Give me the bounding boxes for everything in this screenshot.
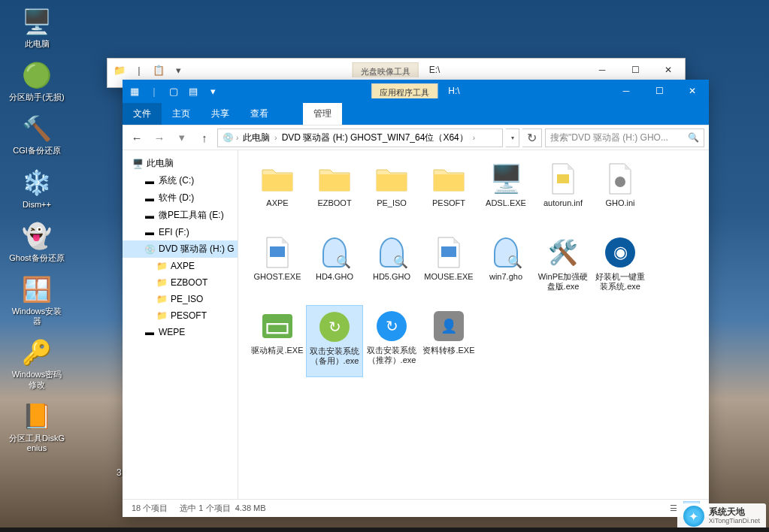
folder-icon: 📁 bbox=[156, 293, 168, 305]
icon-label: 分区助手(无损) bbox=[9, 92, 65, 102]
item-label: HD5.GHO bbox=[373, 272, 410, 282]
qat-properties[interactable]: ▢ bbox=[165, 82, 183, 100]
tree-item[interactable]: ▬WEPE bbox=[123, 324, 238, 340]
file-item[interactable]: MOUSE.EXE bbox=[420, 231, 477, 304]
drive-icon: ▬ bbox=[144, 192, 156, 204]
app-icon: 🪟 bbox=[21, 274, 53, 305]
chevron-right-icon[interactable]: › bbox=[473, 134, 475, 142]
ribbon-view[interactable]: 查看 bbox=[240, 103, 279, 125]
close-button[interactable]: ✕ bbox=[652, 59, 685, 80]
nav-back[interactable]: ← bbox=[127, 128, 147, 147]
item-label: GHO.ini bbox=[605, 198, 634, 208]
search-input[interactable]: 搜索"DVD 驱动器 (H:) GHO... 🔍 bbox=[545, 128, 704, 147]
exe-install2-icon: ↻ bbox=[374, 308, 410, 344]
app-icon: 🖥️ bbox=[21, 6, 53, 38]
exe-driver-icon: ▭ bbox=[259, 308, 295, 344]
refresh-button[interactable]: ↻ bbox=[522, 128, 542, 147]
titlebar: ▦ | ▢ ▤ ▾ 应用程序工具 H:\ ─ ☐ ✕ bbox=[123, 80, 709, 102]
ribbon: 文件 主页 共享 查看 管理 bbox=[123, 102, 709, 125]
ribbon-manage[interactable]: 管理 bbox=[303, 103, 342, 125]
file-item[interactable]: ↻双击安装系统（备用）.exe bbox=[306, 305, 363, 377]
chevron-right-icon[interactable]: › bbox=[236, 134, 238, 142]
desktop-icon[interactable]: 🟢分区助手(无损) bbox=[9, 59, 65, 102]
file-item[interactable]: ◉好装机一键重装系统.exe bbox=[592, 231, 649, 304]
tree-item[interactable]: ▬软件 (D:) bbox=[123, 189, 238, 207]
file-item[interactable]: 🔍HD4.GHO bbox=[306, 231, 363, 304]
desktop-icon[interactable]: 📙分区工具DiskGenius bbox=[9, 401, 65, 453]
app-icon: 🟢 bbox=[21, 59, 53, 91]
tree-item[interactable]: 💿DVD 驱动器 (H:) G bbox=[123, 240, 238, 258]
qat-dropdown[interactable]: ▾ bbox=[204, 82, 222, 100]
file-item[interactable]: 🛠️WinPE加强硬盘版.exe bbox=[534, 231, 592, 304]
nav-forward[interactable]: → bbox=[150, 128, 169, 147]
qat-dropdown[interactable]: ▾ bbox=[169, 61, 187, 79]
folder-icon: 📁 bbox=[156, 310, 168, 322]
ribbon-file[interactable]: 文件 bbox=[123, 103, 162, 125]
file-item[interactable]: GHOST.EXE bbox=[249, 231, 306, 304]
file-item[interactable]: 🔍HD5.GHO bbox=[363, 231, 420, 304]
context-tab-back: 光盘映像工具 bbox=[353, 62, 419, 77]
icon-label: CGI备份还原 bbox=[9, 146, 65, 156]
item-label: EZBOOT bbox=[317, 198, 351, 208]
qat-pin[interactable]: 📋 bbox=[150, 61, 168, 79]
search-icon[interactable]: 🔍 bbox=[688, 132, 699, 143]
tree-item[interactable]: 🖥️此电脑 bbox=[123, 155, 238, 172]
tree-item[interactable]: 📁AXPE bbox=[123, 258, 238, 274]
file-item[interactable]: AXPE bbox=[249, 158, 306, 230]
tree-item[interactable]: 📁PE_ISO bbox=[123, 291, 238, 307]
file-item[interactable]: PESOFT bbox=[420, 158, 477, 230]
qat-newfolder[interactable]: ▤ bbox=[184, 82, 202, 100]
tree-label: 系统 (C:) bbox=[159, 174, 194, 187]
bc-pc[interactable]: 此电脑 bbox=[240, 131, 273, 144]
svg-point-1 bbox=[615, 177, 625, 187]
tree-item[interactable]: ▬微PE工具箱 (E:) bbox=[123, 207, 238, 224]
file-item[interactable]: autorun.inf bbox=[534, 158, 592, 230]
tree-item[interactable]: 📁EZBOOT bbox=[123, 274, 238, 291]
item-label: PESOFT bbox=[432, 198, 465, 208]
bc-drive[interactable]: DVD 驱动器 (H:) GHOST_WIN7_64位（X64） bbox=[279, 131, 471, 144]
status-bar: 18 个项目 选中 1 个项目 4.38 MB ☰ ▦ bbox=[123, 499, 709, 517]
file-item[interactable]: GHO.ini bbox=[592, 158, 649, 230]
ribbon-home[interactable]: 主页 bbox=[162, 103, 201, 125]
exe-install-icon: ↻ bbox=[316, 309, 353, 345]
breadcrumb-dropdown[interactable]: ▾ bbox=[506, 128, 519, 147]
app-icon: 🔑 bbox=[21, 337, 53, 368]
window-title: H:\ bbox=[448, 86, 459, 96]
file-item[interactable]: PE_ISO bbox=[363, 158, 420, 230]
desktop-icon[interactable]: ❄️Dism++ bbox=[9, 167, 65, 210]
desktop-icon[interactable]: 🖥️此电脑 bbox=[9, 6, 65, 49]
nav-history[interactable]: ▾ bbox=[172, 128, 192, 147]
tree-item[interactable]: ▬系统 (C:) bbox=[123, 172, 238, 189]
minimize-button[interactable]: ─ bbox=[610, 80, 643, 101]
file-item[interactable]: 👤资料转移.EXE bbox=[420, 305, 477, 377]
file-item[interactable]: ↻双击安装系统（推荐）.exe bbox=[363, 305, 420, 377]
desktop-icon[interactable]: 🪟Windows安装器 bbox=[9, 274, 65, 326]
desktop-icon[interactable]: 🔑Windows密码修改 bbox=[9, 337, 65, 389]
watermark-url: XiTongTianDi.net bbox=[709, 518, 760, 525]
nav-up[interactable]: ↑ bbox=[195, 128, 214, 147]
app-icon: 🔨 bbox=[21, 113, 53, 144]
ini-icon bbox=[602, 161, 638, 197]
maximize-button[interactable]: ☐ bbox=[619, 59, 652, 80]
content-pane[interactable]: AXPEEZBOOTPE_ISOPESOFT🖥️ADSL.EXEautorun.… bbox=[238, 150, 709, 499]
item-label: 双击安装系统（推荐）.exe bbox=[365, 346, 419, 365]
desktop-icon[interactable]: 🔨CGI备份还原 bbox=[9, 113, 65, 156]
file-item[interactable]: ▭驱动精灵.EXE bbox=[249, 305, 306, 377]
tree-item[interactable]: 📁PESOFT bbox=[123, 307, 238, 324]
breadcrumb[interactable]: 💿 › 此电脑 › DVD 驱动器 (H:) GHOST_WIN7_64位（X6… bbox=[217, 128, 503, 147]
folder-icon bbox=[259, 161, 295, 197]
file-item[interactable]: EZBOOT bbox=[306, 158, 363, 230]
tree-item[interactable]: ▬EFI (F:) bbox=[123, 224, 238, 240]
ribbon-share[interactable]: 共享 bbox=[201, 103, 240, 125]
file-item[interactable]: 🖥️ADSL.EXE bbox=[477, 158, 534, 230]
tree-label: 软件 (D:) bbox=[159, 192, 194, 204]
desktop-icon[interactable]: 👻Ghost备份还原 bbox=[9, 220, 65, 263]
minimize-button[interactable]: ─ bbox=[586, 59, 619, 80]
chevron-right-icon[interactable]: › bbox=[274, 134, 277, 142]
maximize-button[interactable]: ☐ bbox=[643, 80, 676, 101]
close-button[interactable]: ✕ bbox=[676, 80, 709, 101]
taskbar[interactable] bbox=[0, 527, 769, 532]
search-placeholder: 搜索"DVD 驱动器 (H:) GHO... bbox=[550, 131, 668, 144]
file-item[interactable]: 🔍win7.gho bbox=[477, 231, 534, 304]
drive-icon: ▬ bbox=[144, 175, 156, 187]
